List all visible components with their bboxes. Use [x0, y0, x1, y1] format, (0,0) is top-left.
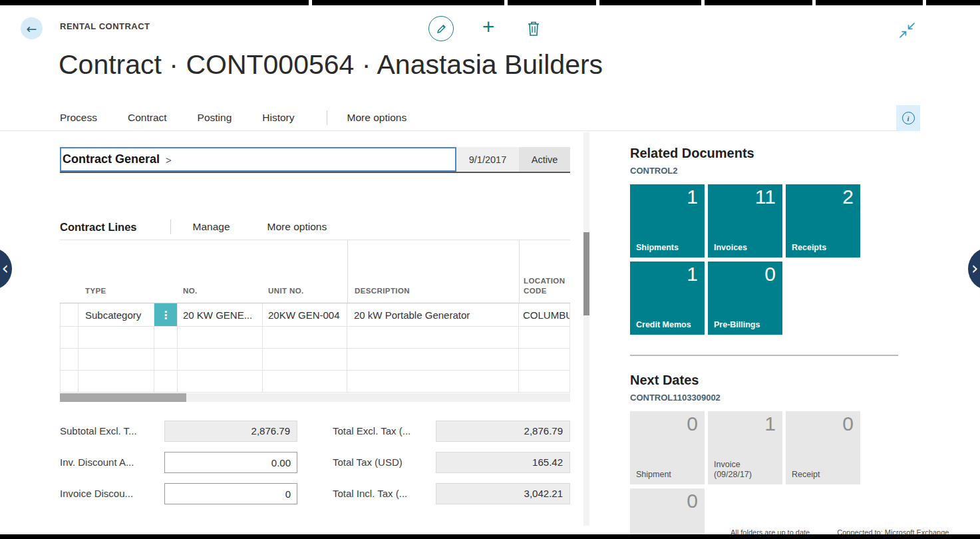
lines-menu-more-options[interactable]: More options: [267, 221, 327, 233]
total-incl-tax-value: 3,042.21: [436, 483, 570, 504]
menu-separator: [327, 110, 327, 125]
fasttab-label: Contract General: [63, 152, 160, 166]
table-cell-empty[interactable]: [347, 327, 519, 349]
delete-button[interactable]: [524, 19, 543, 39]
column-header-unit-no[interactable]: UNIT NO.: [263, 240, 347, 303]
menu-item-posting[interactable]: Posting: [198, 112, 232, 124]
cue-tile-pre-billings[interactable]: 0 Pre-Billings: [708, 262, 782, 335]
menu-item-more-options[interactable]: More options: [347, 112, 407, 124]
table-cell-empty[interactable]: [60, 327, 79, 349]
table-cell-empty[interactable]: [79, 349, 154, 371]
table-cell-empty[interactable]: [178, 349, 263, 371]
collapse-window-button[interactable]: [899, 23, 915, 39]
table-cell-empty[interactable]: [178, 327, 263, 349]
cell-description[interactable]: 20 kW Portable Generator: [347, 303, 519, 327]
contract-date: 9/1/2017: [456, 147, 519, 172]
total-excl-tax-label: Total Excl. Tax (...: [333, 421, 432, 442]
subtotal-value: 2,876.79: [164, 421, 297, 442]
cue-label: Invoices: [714, 243, 778, 254]
table-row-empty[interactable]: [60, 327, 570, 349]
cue-label: Shipment: [636, 470, 701, 480]
totals-row-1: Subtotal Excl. T... 2,876.79 Total Excl.…: [60, 421, 570, 442]
cue-tile-next-shipment[interactable]: 0 Shipment: [630, 411, 705, 484]
lines-separator: [170, 220, 171, 234]
cue-label: Pre-Billings: [714, 320, 778, 331]
cue-value: 0: [687, 490, 698, 512]
cue-value: 2: [842, 186, 854, 208]
subtotal-label: Subtotal Excl. T...: [60, 421, 160, 442]
back-arrow-icon: ←: [27, 21, 37, 36]
previous-record-button[interactable]: ‹: [0, 248, 12, 290]
menu-item-history[interactable]: History: [262, 112, 294, 124]
cue-value: 1: [764, 413, 776, 435]
fasttab-contract-general[interactable]: Contract General >: [60, 147, 456, 172]
contract-lines-header: Contract Lines Manage More options: [60, 214, 570, 240]
cell-row-menu: ⋮: [154, 303, 178, 327]
table-cell-empty[interactable]: [347, 349, 519, 371]
factbox-divider: [630, 355, 898, 356]
cue-tile-next-other[interactable]: 0: [630, 488, 705, 539]
total-tax-value: 165.42: [436, 452, 570, 473]
inv-discount-input[interactable]: [164, 452, 297, 473]
table-cell-empty[interactable]: [263, 327, 347, 349]
page-title: Contract · CONT000564 · Anastasia Builde…: [59, 49, 603, 81]
browser-tab-strip: [0, 0, 980, 5]
table-cell-empty[interactable]: [519, 371, 570, 393]
table-cell-empty[interactable]: [154, 349, 178, 371]
vertical-scrollbar-thumb[interactable]: [583, 232, 589, 315]
cue-value: 0: [764, 263, 776, 285]
table-cell-empty[interactable]: [60, 349, 79, 371]
lines-menu-manage[interactable]: Manage: [193, 221, 230, 233]
cue-tile-next-receipt[interactable]: 0 Receipt: [786, 411, 860, 484]
column-header-type[interactable]: TYPE: [79, 240, 154, 303]
column-header-description[interactable]: DESCRIPTION: [347, 240, 519, 303]
action-menu-bar: Process Contract Posting History More op…: [0, 105, 920, 131]
new-line-button[interactable]: +: [476, 13, 500, 40]
collapse-arrows-icon: [899, 23, 915, 38]
cue-tile-invoices[interactable]: 11 Invoices: [708, 184, 782, 258]
vertical-scrollbar[interactable]: [583, 132, 589, 526]
table-cell-empty[interactable]: [263, 371, 347, 393]
cell-location-code[interactable]: COLUMBU: [519, 303, 570, 327]
status-badge: Active: [519, 147, 570, 172]
back-button[interactable]: ←: [21, 17, 43, 39]
cue-tile-receipts[interactable]: 2 Receipts: [786, 184, 860, 258]
cue-tile-next-invoice[interactable]: 1 Invoice (09/28/17): [708, 411, 782, 484]
table-row-empty[interactable]: [60, 349, 570, 371]
cue-tile-shipments[interactable]: 1 Shipments: [630, 184, 705, 258]
menu-item-process[interactable]: Process: [60, 112, 97, 124]
table-cell-empty[interactable]: [79, 327, 154, 349]
next-record-button[interactable]: ›: [968, 248, 980, 290]
edit-button[interactable]: [428, 16, 454, 41]
cell-no[interactable]: 20 KW GENE...: [178, 303, 263, 327]
related-documents-tiles: 1 Shipments 11 Invoices 2 Receipts 1 Cre…: [630, 184, 864, 335]
cue-value: 0: [687, 413, 698, 435]
cue-value: 1: [687, 263, 698, 285]
taskbar-strip: [0, 534, 980, 539]
cue-tile-credit-memos[interactable]: 1 Credit Memos: [630, 262, 705, 335]
table-cell-empty[interactable]: [79, 371, 154, 393]
table-cell-empty[interactable]: [154, 371, 178, 393]
table-cell-empty[interactable]: [154, 327, 178, 349]
table-cell-empty[interactable]: [347, 371, 519, 393]
row-selector[interactable]: [60, 303, 79, 327]
column-header-no[interactable]: NO.: [178, 240, 263, 303]
cell-type[interactable]: Subcategory: [79, 303, 154, 327]
column-header-location-code[interactable]: LOCATION CODE: [519, 240, 570, 303]
horizontal-scrollbar[interactable]: [60, 393, 570, 402]
table-cell-empty[interactable]: [263, 349, 347, 371]
cell-unit-no[interactable]: 20KW GEN-004: [263, 303, 347, 327]
totals-row-2: Inv. Discount A... Total Tax (USD) 165.4…: [60, 452, 570, 473]
kebab-menu-icon[interactable]: ⋮: [154, 303, 177, 326]
table-cell-empty[interactable]: [519, 349, 570, 371]
table-cell-empty[interactable]: [60, 371, 79, 393]
menu-item-contract[interactable]: Contract: [128, 112, 167, 124]
table-cell-empty[interactable]: [178, 371, 263, 393]
invoice-discount-input[interactable]: [164, 483, 297, 504]
info-icon: i: [902, 112, 915, 124]
table-row-empty[interactable]: [60, 371, 570, 393]
pencil-icon: [436, 23, 447, 35]
table-cell-empty[interactable]: [519, 327, 570, 349]
info-pane-button[interactable]: i: [896, 105, 920, 131]
horizontal-scrollbar-thumb[interactable]: [60, 393, 186, 402]
